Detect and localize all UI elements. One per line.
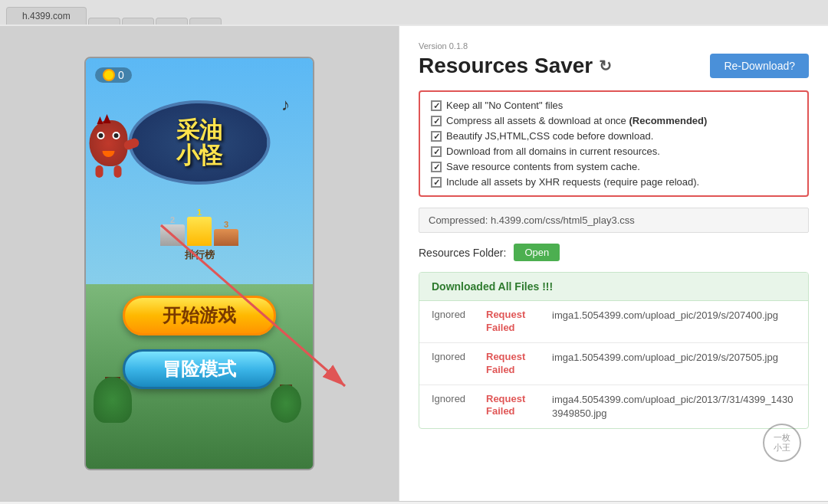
option-label-6: Include all assets by XHR requests (requ…	[446, 176, 699, 188]
file-result-1: RequestFailed	[486, 309, 540, 335]
coin-counter: 0	[95, 67, 132, 84]
left-panel: 0 ♪ 采油 小怪	[0, 26, 399, 501]
tree-right	[267, 385, 305, 438]
watermark: 一枚小王	[763, 424, 801, 462]
option-item-1: Keep all "No Content" files	[431, 100, 797, 111]
version-label: Version 0.1.8	[419, 41, 809, 51]
redownload-button[interactable]: Re-Download?	[710, 54, 809, 78]
checkbox-6[interactable]	[431, 177, 442, 188]
file-row-1: Ignored RequestFailed imga1.5054399.com/…	[419, 301, 808, 343]
bottom-bar: ZIP h.4399.com.zip ∧ 全部显示	[0, 501, 828, 504]
leaderboard: 2 1 3 排行榜	[160, 208, 238, 262]
compress-status: Compressed: h.4399.com/css/html5_play3.c…	[419, 208, 809, 233]
watermark-circle: 一枚小王	[763, 424, 801, 462]
app-title: Resources Saver ↻	[419, 54, 612, 78]
main-container: 0 ♪ 采油 小怪	[0, 26, 828, 501]
refresh-icon[interactable]: ↻	[599, 57, 612, 75]
option-item-2: Compress all assets & download at once (…	[431, 115, 797, 126]
option-item-3: Beautify JS,HTML,CSS code before downloa…	[431, 130, 797, 142]
game-title-text: 采油	[176, 117, 222, 142]
music-note-icon: ♪	[281, 95, 290, 115]
coin-icon	[103, 69, 115, 81]
file-url-1: imga1.5054399.com/upload_pic/2019/s/2074…	[552, 309, 778, 322]
tab-2[interactable]	[88, 18, 120, 25]
monster-character	[90, 120, 143, 189]
checkbox-2[interactable]	[431, 116, 442, 126]
file-row-2: Ignored RequestFailed imga1.5054399.com/…	[419, 343, 808, 385]
checkbox-5[interactable]	[431, 162, 442, 172]
open-folder-button[interactable]: Open	[514, 244, 560, 261]
option-label-5: Save resource contents from system cache…	[446, 161, 640, 172]
checkbox-3[interactable]	[431, 131, 442, 142]
start-game-button[interactable]: 开始游戏	[123, 296, 276, 335]
downloaded-section: Downloaded All Files !!! Ignored Request…	[419, 272, 809, 429]
file-result-2: RequestFailed	[486, 351, 540, 377]
option-label-2: Compress all assets & download at once (…	[446, 115, 707, 126]
tab-1[interactable]: h.4399.com	[6, 7, 87, 25]
tab-4[interactable]	[156, 18, 188, 25]
option-label-1: Keep all "No Content" files	[446, 100, 563, 111]
checkbox-1[interactable]	[431, 100, 442, 111]
option-label-4: Download from all domains in current res…	[446, 146, 660, 157]
downloaded-header: Downloaded All Files !!!	[419, 273, 808, 301]
game-screenshot: 0 ♪ 采油 小怪	[84, 57, 314, 470]
app-title-row: Resources Saver ↻ Re-Download?	[419, 54, 809, 78]
file-status-3: Ignored	[432, 393, 474, 404]
file-status-1: Ignored	[432, 309, 474, 320]
file-status-2: Ignored	[432, 351, 474, 362]
file-url-3: imga4.5054399.com/upload_pic/2013/7/31/4…	[552, 393, 796, 421]
checkbox-4[interactable]	[431, 146, 442, 157]
tree-left	[94, 377, 132, 438]
tab-3[interactable]	[122, 18, 154, 25]
game-title: 采油 小怪	[176, 117, 222, 168]
option-item-5: Save resource contents from system cache…	[431, 161, 797, 172]
option-item-4: Download from all domains in current res…	[431, 146, 797, 157]
game-subtitle-text: 小怪	[176, 142, 222, 168]
app-title-text: Resources Saver	[419, 54, 593, 78]
tab-5[interactable]	[189, 18, 222, 25]
resources-folder-row: Resources Folder: Open	[419, 244, 809, 261]
coin-count: 0	[118, 69, 124, 81]
option-item-6: Include all assets by XHR requests (requ…	[431, 176, 797, 188]
tab-bar: h.4399.com	[0, 0, 828, 25]
game-logo: 采油 小怪	[129, 100, 271, 185]
file-row-3: Ignored RequestFailed imga4.5054399.com/…	[419, 385, 808, 428]
adventure-mode-button[interactable]: 冒险模式	[123, 349, 276, 389]
options-box: Keep all "No Content" files Compress all…	[419, 90, 809, 197]
leaderboard-label: 排行榜	[160, 248, 238, 262]
option-label-3: Beautify JS,HTML,CSS code before downloa…	[446, 130, 653, 142]
file-url-2: imga1.5054399.com/upload_pic/2019/s/2075…	[552, 351, 778, 365]
resources-folder-label: Resources Folder:	[419, 247, 506, 259]
file-result-3: RequestFailed	[486, 393, 540, 419]
